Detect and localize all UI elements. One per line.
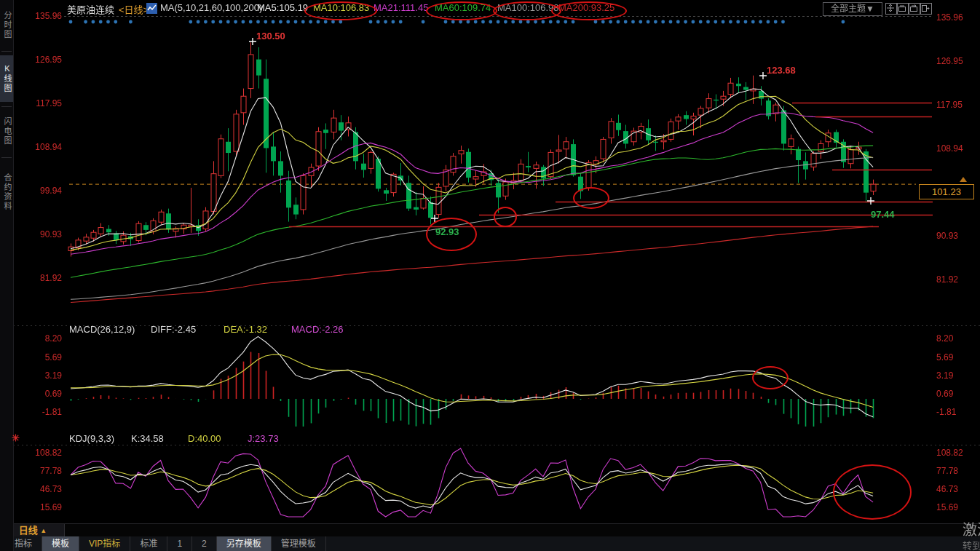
chart-canvas[interactable] bbox=[0, 0, 980, 551]
toolbar-item-1[interactable]: 1 bbox=[167, 536, 192, 551]
main-y-label-right: 108.94 bbox=[936, 143, 963, 154]
main-y-label-right: 90.93 bbox=[936, 231, 958, 241]
kline-mini-icon bbox=[146, 3, 157, 16]
kdj-y-label-right: 15.69 bbox=[936, 502, 958, 512]
sidebar-divider bbox=[1, 106, 12, 107]
low-price-label-97: 97.44 bbox=[871, 209, 895, 220]
kdj-title[interactable]: KDJ(9,3,3) bbox=[69, 433, 114, 444]
high-price-label-123: 123.68 bbox=[767, 65, 796, 76]
low-price-label-92: 92.93 bbox=[435, 226, 459, 237]
pane-popout-icon[interactable] bbox=[920, 3, 932, 15]
pane-shrink-right-icon[interactable] bbox=[909, 3, 920, 15]
macd-y-label-right: 5.69 bbox=[936, 352, 953, 362]
bottom-toolbar: 指标模板VIP指标标准12另存模板管理模板 bbox=[0, 536, 980, 551]
sidebar-divider bbox=[1, 157, 12, 158]
macd-hist-value: MACD:-2.26 bbox=[291, 324, 344, 335]
last-price-box: 101.23 bbox=[919, 184, 974, 199]
main-y-label-right: 117.95 bbox=[936, 100, 963, 110]
main-y-label-right: 81.92 bbox=[936, 274, 958, 285]
date-axis-strip: 日线 ▲ bbox=[0, 523, 980, 538]
trading-app-window: 美原油连续 <日线> MA(5,10,21,60,100,200) MA5:10… bbox=[0, 0, 980, 551]
ma-value-1: MA10:106.83 bbox=[313, 2, 369, 13]
sidebar-divider bbox=[1, 51, 12, 52]
main-y-label-right: 126.95 bbox=[936, 56, 963, 66]
kdj-y-label-right: 108.82 bbox=[936, 448, 963, 458]
toolbar-item-标准[interactable]: 标准 bbox=[130, 536, 167, 551]
corner-text-2: 转到 bbox=[963, 538, 980, 551]
macd-title[interactable]: MACD(26,12,9) bbox=[69, 324, 135, 335]
kdj-y-label-right: 46.73 bbox=[936, 484, 958, 494]
macd-y-label-right: 0.69 bbox=[936, 389, 953, 399]
period-tab-arrow-icon: ▲ bbox=[40, 527, 47, 534]
theme-selector-dropdown[interactable]: 全部主题▼ bbox=[823, 2, 882, 16]
sidebar-item-K线图[interactable]: K线图 bbox=[0, 55, 13, 102]
macd-diff-value: DIFF:-2.45 bbox=[151, 324, 196, 335]
ma-value-3: MA60:109.74 bbox=[435, 2, 491, 13]
high-price-label-130: 130.50 bbox=[256, 31, 285, 41]
macd-dea-value: DEA:-1.32 bbox=[224, 324, 267, 335]
toolbar-item-VIP指标[interactable]: VIP指标 bbox=[79, 536, 130, 551]
pane-shrink-left-icon[interactable] bbox=[897, 3, 909, 15]
ma-params-label: MA(5,10,21,60,100,200) bbox=[160, 2, 262, 13]
corner-watermark: 激活 转到 bbox=[961, 517, 980, 551]
toolbar-item-另存模板[interactable]: 另存模板 bbox=[217, 536, 272, 551]
corner-text-1: 激活 bbox=[963, 518, 980, 539]
kdj-d-value: D:40.00 bbox=[188, 433, 221, 444]
kdj-y-label-right: 77.78 bbox=[936, 466, 958, 476]
toolbar-item-管理模板[interactable]: 管理模板 bbox=[272, 536, 326, 551]
toolbar-item-模板[interactable]: 模板 bbox=[42, 536, 79, 551]
sidebar-item-闪电图[interactable]: 闪电图 bbox=[0, 109, 13, 153]
period-tag[interactable]: <日线> bbox=[119, 2, 149, 16]
ma-value-0: MA5:105.19 bbox=[257, 2, 308, 13]
left-sidebar: 分时图K线图闪电图合约资料 bbox=[0, 0, 14, 551]
period-tab-label: 日线 bbox=[19, 525, 38, 536]
macd-y-label-right: 8.20 bbox=[936, 333, 953, 344]
alert-star-icon bbox=[12, 432, 20, 445]
sidebar-item-合约资料[interactable]: 合约资料 bbox=[0, 162, 13, 223]
symbol-name[interactable]: 美原油连续 bbox=[67, 2, 114, 16]
ma-value-2: MA21:111.45 bbox=[374, 2, 428, 13]
macd-y-label-right: 3.19 bbox=[936, 370, 953, 381]
ma-value-5: MA200:93.25 bbox=[558, 2, 615, 13]
toolbar-item-2[interactable]: 2 bbox=[192, 536, 217, 551]
price-up-arrow-icon bbox=[960, 177, 967, 182]
pane-move-icon[interactable] bbox=[885, 3, 897, 15]
chart-header: 美原油连续 <日线> MA(5,10,21,60,100,200) MA5:10… bbox=[0, 0, 980, 16]
macd-y-label-right: -1.81 bbox=[936, 407, 956, 417]
ma-value-4: MA100:106.98 bbox=[497, 2, 559, 13]
kdj-j-value: J:23.73 bbox=[248, 433, 279, 444]
sidebar-item-分时图[interactable]: 分时图 bbox=[0, 3, 13, 47]
kdj-k-value: K:34.58 bbox=[131, 433, 164, 444]
